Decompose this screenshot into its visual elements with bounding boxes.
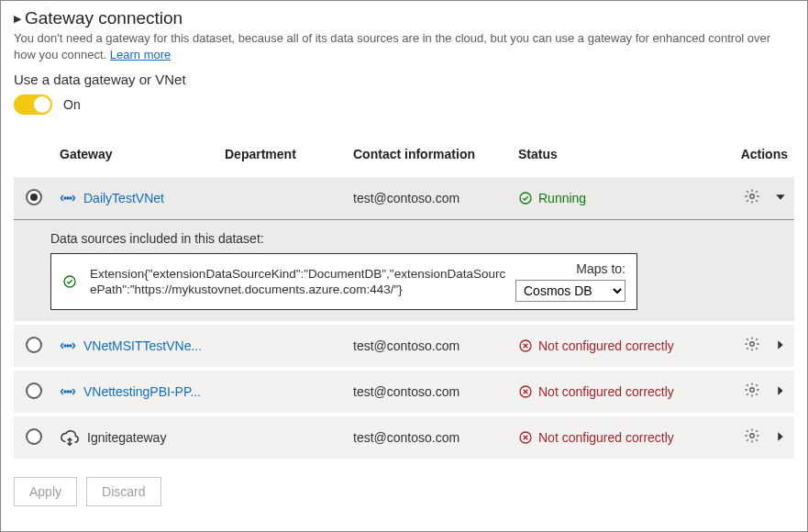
check-circle-icon bbox=[62, 274, 77, 289]
svg-point-5 bbox=[64, 276, 75, 287]
select-radio[interactable] bbox=[26, 428, 42, 445]
expand-chevron-right-icon[interactable] bbox=[773, 429, 788, 447]
col-department: Department bbox=[219, 141, 348, 167]
apply-button[interactable]: Apply bbox=[14, 477, 77, 506]
status-badge: Not configured correctly bbox=[518, 384, 709, 399]
svg-point-1 bbox=[67, 197, 69, 199]
gateway-toggle-state: On bbox=[63, 97, 81, 112]
svg-point-6 bbox=[64, 345, 66, 347]
table-row[interactable]: Ignitegateway test@contoso.com Not confi… bbox=[14, 416, 794, 462]
department-cell bbox=[219, 386, 348, 397]
svg-point-2 bbox=[70, 197, 72, 199]
vnet-icon bbox=[60, 383, 76, 400]
section-title: Gateway connection bbox=[25, 8, 183, 28]
svg-point-7 bbox=[67, 345, 69, 347]
svg-point-0 bbox=[64, 197, 66, 199]
settings-gear-icon[interactable] bbox=[744, 427, 760, 449]
department-cell bbox=[219, 340, 348, 351]
expand-chevron-right-icon[interactable] bbox=[773, 338, 788, 355]
gateway-name[interactable]: Ignitegateway bbox=[60, 427, 214, 448]
table-header-row: Gateway Department Contact information S… bbox=[14, 131, 794, 177]
svg-point-13 bbox=[70, 391, 72, 393]
select-radio[interactable] bbox=[26, 337, 42, 353]
x-circle-icon bbox=[518, 338, 533, 353]
settings-gear-icon[interactable] bbox=[744, 382, 760, 403]
settings-gear-icon[interactable] bbox=[744, 336, 760, 357]
datasource-text: Extension{"extensionDataSourceKind":"Doc… bbox=[90, 266, 510, 298]
gateway-name[interactable]: VNetMSITTestVNe... bbox=[60, 338, 214, 354]
gateway-name[interactable]: VNettestingPBI-PP... bbox=[60, 383, 214, 400]
maps-to-select[interactable]: Cosmos DB bbox=[515, 280, 625, 302]
department-cell bbox=[219, 432, 348, 443]
department-cell bbox=[219, 193, 348, 204]
svg-point-8 bbox=[70, 345, 72, 347]
x-circle-icon bbox=[518, 430, 533, 445]
table-row[interactable]: VNetMSITTestVNe... test@contoso.com Not … bbox=[14, 325, 794, 371]
collapse-caret-icon[interactable]: ▶ bbox=[14, 13, 21, 25]
status-badge: Not configured correctly bbox=[518, 430, 709, 445]
vnet-icon bbox=[60, 338, 76, 354]
table-row[interactable]: DailyTestVNet test@contoso.com Running bbox=[14, 177, 794, 223]
status-badge: Running bbox=[518, 191, 709, 205]
svg-point-17 bbox=[750, 433, 755, 438]
status-badge: Not configured correctly bbox=[518, 338, 709, 353]
gateway-connection-panel: ▶ Gateway connection You don't need a ga… bbox=[0, 0, 808, 532]
select-radio[interactable] bbox=[26, 382, 42, 399]
contact-cell: test@contoso.com bbox=[348, 425, 513, 450]
contact-cell: test@contoso.com bbox=[348, 379, 513, 405]
discard-button[interactable]: Discard bbox=[86, 477, 160, 506]
col-gateway: Gateway bbox=[54, 141, 219, 167]
svg-point-4 bbox=[750, 194, 755, 198]
check-circle-icon bbox=[518, 191, 533, 205]
section-description: You don't need a gateway for this datase… bbox=[14, 30, 794, 62]
learn-more-link[interactable]: Learn more bbox=[110, 48, 171, 61]
expand-chevron-right-icon[interactable] bbox=[773, 383, 788, 401]
section-header[interactable]: ▶ Gateway connection bbox=[14, 8, 794, 28]
x-circle-icon bbox=[518, 384, 533, 399]
contact-cell: test@contoso.com bbox=[348, 333, 513, 359]
expand-chevron-down-icon[interactable] bbox=[773, 190, 788, 207]
col-actions: Actions bbox=[714, 141, 797, 167]
cloud-gateway-icon bbox=[60, 427, 80, 448]
table-row[interactable]: VNettestingPBI-PP... test@contoso.com No… bbox=[14, 371, 794, 416]
datasource-panel-title: Data sources included in this dataset: bbox=[50, 231, 776, 246]
datasource-panel: Data sources included in this dataset: E… bbox=[14, 219, 794, 321]
svg-point-12 bbox=[67, 391, 69, 393]
maps-to-label: Maps to: bbox=[515, 261, 625, 276]
svg-point-3 bbox=[520, 193, 531, 204]
use-gateway-label: Use a data gateway or VNet bbox=[14, 72, 794, 87]
gateway-table: Gateway Department Contact information S… bbox=[14, 131, 794, 462]
gateway-toggle[interactable] bbox=[14, 94, 52, 115]
svg-point-15 bbox=[750, 387, 755, 392]
vnet-icon bbox=[60, 190, 76, 206]
col-status: Status bbox=[513, 141, 714, 167]
col-contact: Contact information bbox=[348, 141, 513, 167]
contact-cell: test@contoso.com bbox=[348, 185, 513, 211]
settings-gear-icon[interactable] bbox=[744, 188, 760, 209]
datasource-block: Extension{"extensionDataSourceKind":"Doc… bbox=[50, 253, 637, 310]
svg-point-11 bbox=[64, 391, 66, 393]
select-radio[interactable] bbox=[26, 189, 42, 205]
gateway-name[interactable]: DailyTestVNet bbox=[60, 190, 214, 206]
svg-point-10 bbox=[750, 341, 755, 346]
